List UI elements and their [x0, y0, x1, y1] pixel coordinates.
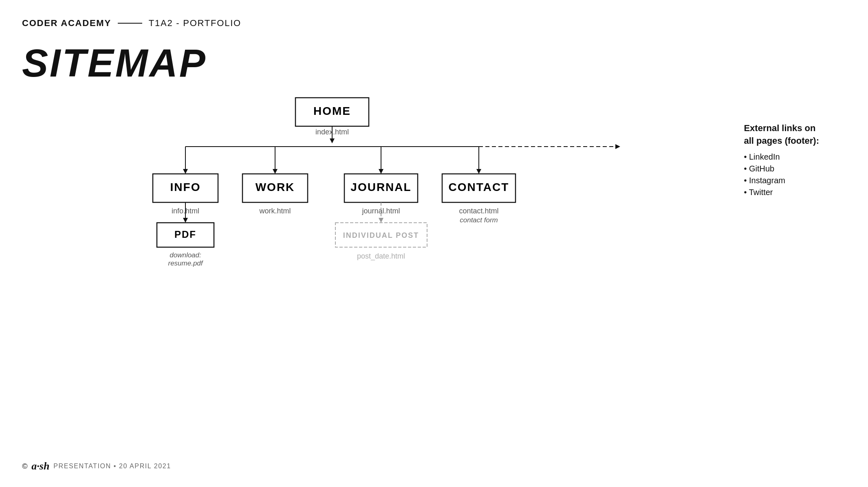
- svg-text:JOURNAL: JOURNAL: [350, 181, 411, 193]
- svg-marker-9: [273, 169, 278, 174]
- svg-text:post_date.html: post_date.html: [357, 252, 405, 261]
- footer-brand: a·sh: [31, 460, 49, 472]
- svg-text:INFO: INFO: [170, 181, 201, 193]
- external-links-title: External links on all pages (footer):: [744, 122, 819, 147]
- external-links-list: LinkedIn GitHub Instagram Twitter: [744, 152, 819, 197]
- external-links-panel: External links on all pages (footer): Li…: [744, 122, 819, 200]
- page-title: SITEMAP: [22, 41, 207, 86]
- list-item: Twitter: [744, 188, 819, 197]
- header: CODER ACADEMY T1A2 - PORTFOLIO: [22, 18, 241, 29]
- svg-marker-30: [379, 218, 383, 223]
- svg-text:contact form: contact form: [460, 216, 498, 224]
- header-brand: CODER ACADEMY: [22, 18, 111, 29]
- svg-marker-39: [615, 144, 620, 149]
- sitemap-diagram: HOME index.html INFO info.html PD: [0, 94, 868, 289]
- svg-text:HOME: HOME: [313, 105, 351, 117]
- svg-marker-4: [330, 138, 335, 143]
- svg-text:PDF: PDF: [174, 229, 196, 240]
- svg-marker-18: [183, 218, 188, 223]
- header-divider: [118, 23, 142, 24]
- svg-text:download:: download:: [170, 251, 201, 259]
- svg-text:CONTACT: CONTACT: [449, 181, 509, 193]
- svg-text:work.html: work.html: [259, 207, 291, 215]
- svg-marker-7: [183, 169, 188, 174]
- svg-text:INDIVIDUAL POST: INDIVIDUAL POST: [343, 231, 419, 239]
- list-item: GitHub: [744, 164, 819, 173]
- footer: © a·sh PRESENTATION • 20 APRIL 2021: [22, 460, 171, 472]
- svg-marker-11: [379, 169, 383, 174]
- svg-text:contact.html: contact.html: [459, 207, 498, 215]
- header-subtitle: T1A2 - PORTFOLIO: [149, 18, 241, 29]
- svg-text:WORK: WORK: [256, 181, 295, 193]
- list-item: LinkedIn: [744, 152, 819, 162]
- svg-text:resume.pdf: resume.pdf: [168, 259, 203, 267]
- footer-copyright: ©: [22, 462, 27, 471]
- list-item: Instagram: [744, 176, 819, 185]
- svg-marker-13: [476, 169, 481, 174]
- sitemap-svg: HOME index.html INFO info.html PD: [88, 94, 780, 289]
- footer-meta: PRESENTATION • 20 APRIL 2021: [53, 463, 171, 470]
